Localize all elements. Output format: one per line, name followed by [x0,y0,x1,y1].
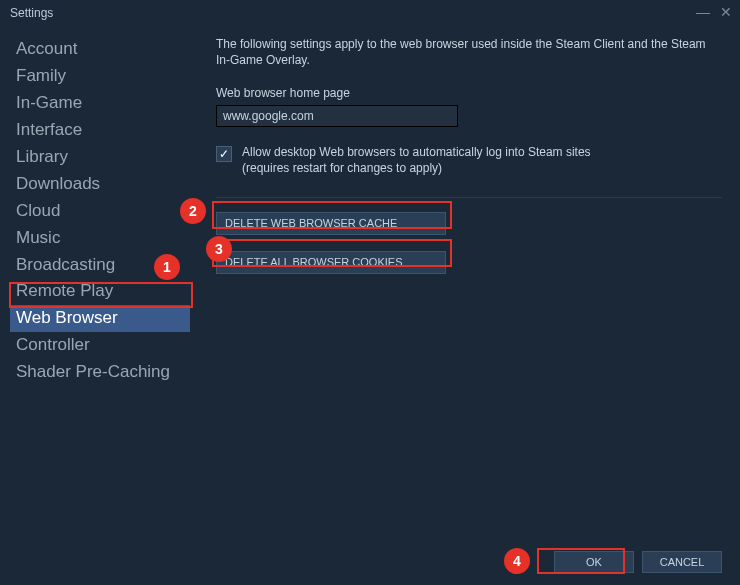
sidebar-item-account[interactable]: Account [10,36,190,63]
check-icon: ✓ [219,147,229,161]
sidebar-item-shader-pre-caching[interactable]: Shader Pre-Caching [10,359,190,386]
sidebar-item-in-game[interactable]: In-Game [10,90,190,117]
sidebar-item-controller[interactable]: Controller [10,332,190,359]
sidebar-item-family[interactable]: Family [10,63,190,90]
divider [216,197,722,198]
delete-cookies-button[interactable]: DELETE ALL BROWSER COOKIES [216,251,446,274]
ok-button[interactable]: OK [554,551,634,573]
auto-login-label-line1: Allow desktop Web browsers to automatica… [242,145,591,159]
sidebar-item-broadcasting[interactable]: Broadcasting [10,252,190,279]
window-title: Settings [10,6,53,20]
panel-description: The following settings apply to the web … [216,36,722,68]
settings-sidebar: Account Family In-Game Interface Library… [0,26,190,546]
auto-login-checkbox[interactable]: ✓ [216,146,232,162]
annotation-badge-4: 4 [504,548,530,574]
sidebar-item-web-browser[interactable]: Web Browser [10,305,190,332]
homepage-input[interactable] [216,105,458,127]
titlebar: Settings — ✕ [0,0,740,26]
auto-login-label-line2: (requires restart for changes to apply) [242,161,442,175]
settings-main-panel: The following settings apply to the web … [190,26,740,546]
cancel-button[interactable]: CANCEL [642,551,722,573]
window-controls: — ✕ [696,4,732,20]
sidebar-item-music[interactable]: Music [10,225,190,252]
minimize-icon[interactable]: — [696,4,710,20]
sidebar-item-remote-play[interactable]: Remote Play [10,278,190,305]
sidebar-item-library[interactable]: Library [10,144,190,171]
delete-cache-button[interactable]: DELETE WEB BROWSER CACHE [216,212,446,235]
auto-login-label: Allow desktop Web browsers to automatica… [242,145,591,176]
sidebar-item-downloads[interactable]: Downloads [10,171,190,198]
homepage-label: Web browser home page [216,86,722,100]
sidebar-item-cloud[interactable]: Cloud [10,198,190,225]
sidebar-item-interface[interactable]: Interface [10,117,190,144]
close-icon[interactable]: ✕ [720,4,732,20]
dialog-footer: OK CANCEL [554,551,722,573]
